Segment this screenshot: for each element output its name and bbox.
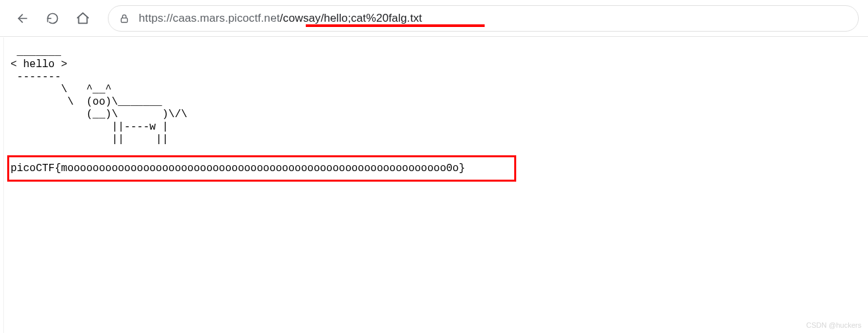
- url-domain: https://caas.mars.picoctf.net: [139, 12, 280, 24]
- reload-button[interactable]: [39, 5, 66, 32]
- cowsay-output: _______ < hello > ------- \ ^__^ \ (oo)\…: [11, 46, 865, 146]
- flag-text: picoCTF{mooooooooooooooooooooooooooooooo…: [11, 163, 465, 174]
- browser-toolbar: https://caas.mars.picoctf.net/cowsay/hel…: [0, 0, 868, 37]
- address-bar[interactable]: https://caas.mars.picoctf.net/cowsay/hel…: [108, 5, 859, 32]
- back-button[interactable]: [9, 5, 36, 32]
- page-content: _______ < hello > ------- \ ^__^ \ (oo)\…: [0, 37, 868, 146]
- url-highlight: [306, 24, 485, 27]
- reload-icon: [46, 12, 59, 25]
- url-text: https://caas.mars.picoctf.net/cowsay/hel…: [139, 12, 422, 25]
- url-path: /cowsay/hello;cat%20falg.txt: [280, 12, 422, 24]
- watermark: CSDN @huckers: [806, 321, 861, 329]
- flag-highlight-box: picoCTF{mooooooooooooooooooooooooooooooo…: [7, 155, 516, 182]
- home-icon: [76, 11, 90, 26]
- lock-icon: [119, 13, 130, 24]
- home-button[interactable]: [70, 5, 96, 32]
- arrow-left-icon: [16, 12, 29, 25]
- svg-rect-1: [121, 18, 127, 22]
